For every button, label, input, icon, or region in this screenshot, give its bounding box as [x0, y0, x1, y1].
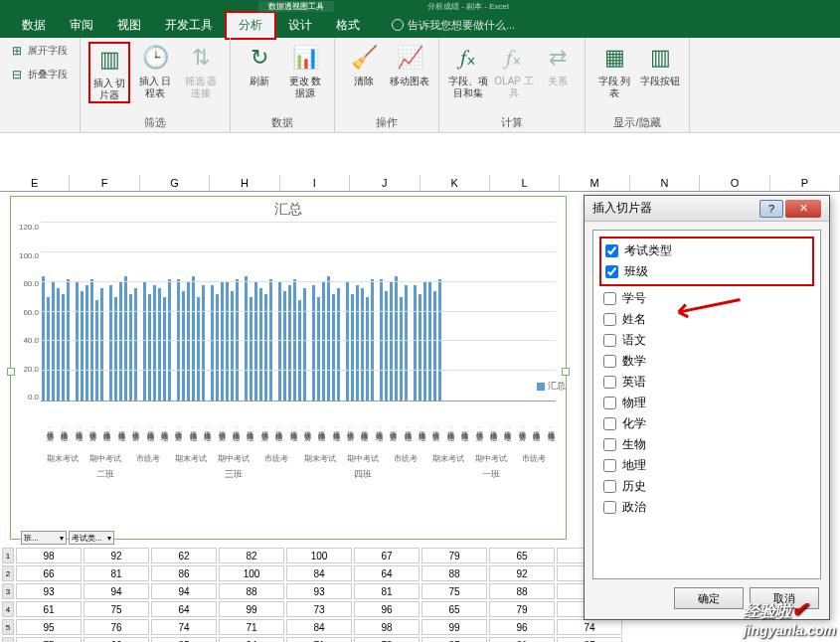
slicer-field[interactable]: 英语: [599, 372, 814, 393]
cell[interactable]: 81: [84, 565, 149, 581]
cell[interactable]: 94: [151, 583, 217, 599]
clear-button[interactable]: 🧹 清除: [343, 42, 385, 87]
column-header[interactable]: J: [350, 175, 420, 191]
slicer-field[interactable]: 语文: [599, 330, 814, 351]
collapse-field[interactable]: ⊟折叠字段: [8, 66, 72, 83]
cell[interactable]: 79: [489, 601, 555, 617]
field-checkbox[interactable]: [603, 355, 616, 368]
field-checkbox[interactable]: [605, 265, 618, 278]
cell[interactable]: 94: [84, 583, 149, 599]
cell[interactable]: 75: [16, 637, 82, 642]
insert-slicer-button[interactable]: ▥ 插入 切片器: [88, 42, 130, 103]
column-header[interactable]: K: [420, 175, 490, 191]
relations-button[interactable]: ⇄ 关系: [539, 42, 577, 87]
cell[interactable]: 96: [354, 601, 420, 617]
cell[interactable]: 93: [16, 583, 82, 599]
column-header[interactable]: O: [700, 175, 769, 191]
tab-analyze[interactable]: 分析: [225, 11, 276, 40]
column-header[interactable]: M: [560, 175, 629, 191]
row-header[interactable]: 6: [2, 637, 14, 642]
cell[interactable]: 93: [286, 583, 352, 599]
olap-button[interactable]: 𝑓ₓ OLAP 工具: [493, 42, 535, 99]
cell[interactable]: 64: [151, 601, 217, 617]
pivot-chart[interactable]: 汇总 120.0100.080.060.040.020.00.0 汇总 平均值项…: [10, 196, 567, 540]
fields-button[interactable]: 𝑓ₓ 字段、项 目和集: [447, 42, 489, 99]
cell[interactable]: 87: [557, 637, 622, 642]
column-header[interactable]: L: [490, 175, 560, 191]
cell[interactable]: 98: [354, 619, 420, 635]
expand-field[interactable]: ⊞展开字段: [8, 42, 72, 60]
cell[interactable]: 75: [84, 601, 149, 617]
cell[interactable]: 67: [354, 548, 420, 563]
filter-examtype[interactable]: 考试类...▾: [69, 531, 114, 545]
cell[interactable]: 88: [489, 583, 555, 599]
tab-design[interactable]: 设计: [276, 13, 324, 38]
field-checkbox[interactable]: [603, 334, 616, 347]
column-header[interactable]: P: [770, 175, 840, 191]
cell[interactable]: 100: [286, 548, 352, 563]
cell[interactable]: 81: [354, 583, 420, 599]
cell[interactable]: 61: [16, 601, 82, 617]
cell[interactable]: 71: [286, 637, 352, 642]
cell[interactable]: 100: [219, 565, 284, 581]
column-header[interactable]: G: [140, 175, 210, 191]
column-header[interactable]: N: [630, 175, 700, 191]
slicer-field[interactable]: 班级: [601, 261, 812, 282]
insert-timeline-button[interactable]: 🕒 插入 日程表: [134, 42, 176, 99]
cell[interactable]: 64: [354, 565, 420, 581]
slicer-field[interactable]: 物理: [599, 393, 814, 413]
field-checkbox[interactable]: [603, 313, 616, 326]
close-button[interactable]: ✕: [785, 200, 821, 218]
fieldlist-button[interactable]: ▦ 字段 列表: [593, 42, 635, 99]
field-checkbox[interactable]: [605, 244, 618, 257]
change-datasource-button[interactable]: 📊 更改 数据源: [284, 42, 326, 99]
row-header[interactable]: 3: [2, 583, 14, 599]
cell[interactable]: 96: [489, 619, 555, 635]
tab-format[interactable]: 格式: [324, 13, 372, 38]
column-header[interactable]: F: [70, 175, 139, 191]
tab-data[interactable]: 数据: [10, 13, 58, 38]
row-header[interactable]: 4: [2, 601, 14, 617]
field-checkbox[interactable]: [603, 417, 616, 430]
cell[interactable]: 92: [84, 548, 149, 563]
tab-developer[interactable]: 开发工具: [153, 13, 225, 38]
slicer-field[interactable]: 政治: [599, 497, 814, 518]
cell[interactable]: 85: [151, 637, 217, 642]
cell[interactable]: 95: [16, 619, 82, 635]
row-header[interactable]: 5: [2, 619, 14, 635]
column-header[interactable]: I: [280, 175, 350, 191]
help-button[interactable]: ?: [759, 200, 783, 218]
cell[interactable]: 73: [354, 637, 420, 642]
column-header[interactable]: E: [0, 175, 70, 191]
slicer-field[interactable]: 历史: [599, 476, 814, 497]
field-checkbox[interactable]: [603, 397, 616, 409]
cell[interactable]: 88: [219, 583, 284, 599]
field-checkbox[interactable]: [603, 501, 616, 514]
fieldbtn-button[interactable]: ▥ 字段按钮: [639, 42, 681, 87]
column-header[interactable]: H: [210, 175, 279, 191]
cell[interactable]: 75: [421, 583, 487, 599]
move-chart-button[interactable]: 📈 移动图表: [389, 42, 430, 87]
cell[interactable]: 62: [151, 548, 217, 563]
slicer-field[interactable]: 考试类型: [601, 241, 812, 261]
cell[interactable]: 87: [421, 637, 487, 642]
field-checkbox[interactable]: [603, 376, 616, 389]
row-header[interactable]: 2: [2, 565, 14, 581]
cell[interactable]: 66: [16, 565, 82, 581]
cell[interactable]: 74: [557, 619, 622, 635]
cell[interactable]: 84: [286, 565, 352, 581]
cell[interactable]: 99: [421, 619, 487, 635]
tab-view[interactable]: 视图: [105, 13, 153, 38]
tell-me[interactable]: 告诉我您想要做什么...: [392, 18, 515, 33]
field-checkbox[interactable]: [603, 459, 616, 472]
cell[interactable]: 98: [16, 548, 82, 563]
row-header[interactable]: 1: [2, 548, 14, 563]
ok-button[interactable]: 确定: [674, 587, 744, 609]
dialog-titlebar[interactable]: 插入切片器 ? ✕: [585, 196, 829, 222]
cell[interactable]: 65: [489, 548, 555, 563]
field-checkbox[interactable]: [603, 438, 616, 451]
refresh-button[interactable]: ↻ 刷新: [239, 42, 280, 87]
cell[interactable]: 86: [151, 565, 217, 581]
slicer-field[interactable]: 化学: [599, 413, 814, 434]
cell[interactable]: 88: [421, 565, 487, 581]
